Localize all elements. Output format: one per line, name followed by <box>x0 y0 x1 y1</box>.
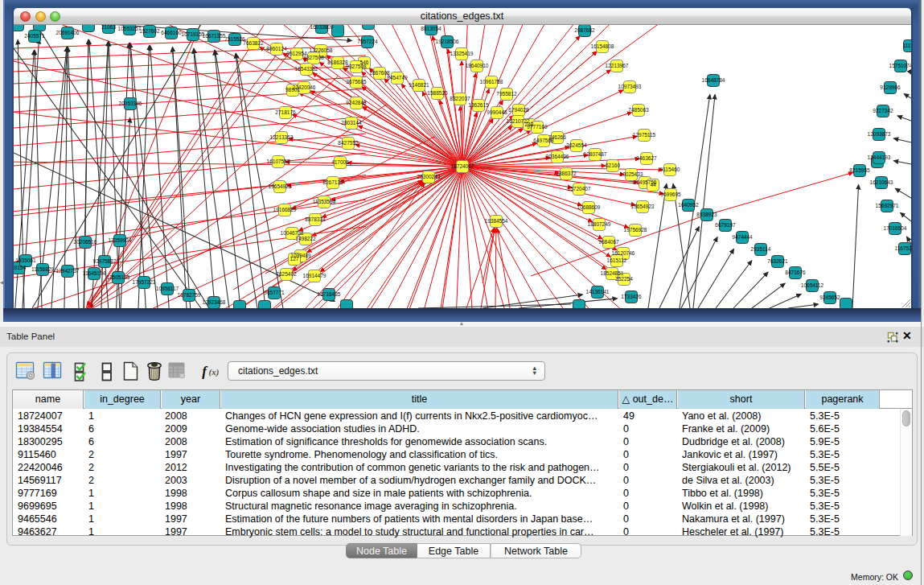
svg-text:9227342: 9227342 <box>873 108 893 113</box>
svg-text:8813054: 8813054 <box>421 26 441 31</box>
svg-text:13325419: 13325419 <box>450 51 474 56</box>
svg-text:11353594: 11353594 <box>313 199 336 204</box>
svg-text:16914479: 16914479 <box>303 273 326 278</box>
svg-text:8186328: 8186328 <box>327 60 348 65</box>
svg-text:16782759: 16782759 <box>178 292 201 298</box>
svg-text:10973493: 10973493 <box>618 84 642 89</box>
svg-text:12923468: 12923468 <box>203 299 226 305</box>
svg-text:7625402: 7625402 <box>276 271 297 277</box>
svg-text:3675685: 3675685 <box>346 79 367 84</box>
svg-text:1733426: 1733426 <box>621 294 642 299</box>
svg-text:8267130: 8267130 <box>322 179 343 185</box>
svg-text:12093873: 12093873 <box>868 131 891 137</box>
svg-text:12942737: 12942737 <box>56 268 80 274</box>
svg-text:12213967: 12213967 <box>606 63 629 68</box>
svg-text:16210643: 16210643 <box>870 179 893 185</box>
svg-text:19654925: 19654925 <box>269 183 292 189</box>
svg-text:9777169: 9777169 <box>527 124 548 130</box>
svg-text:1527602: 1527602 <box>139 28 160 34</box>
svg-text:15720407: 15720407 <box>568 186 591 192</box>
svg-text:16154808: 16154808 <box>591 43 614 49</box>
svg-text:11645194: 11645194 <box>83 270 106 276</box>
svg-text:18640910: 18640910 <box>466 63 489 68</box>
svg-text:252254: 252254 <box>615 276 633 282</box>
svg-text:12975115: 12975115 <box>633 132 656 138</box>
svg-text:7515526: 7515526 <box>224 36 245 42</box>
svg-text:9684067: 9684067 <box>598 239 619 245</box>
svg-text:8960124: 8960124 <box>266 46 287 51</box>
svg-text:15692971: 15692971 <box>876 203 899 208</box>
svg-text:15751074: 15751074 <box>889 63 911 68</box>
svg-text:9990448: 9990448 <box>487 109 507 115</box>
svg-text:8471676: 8471676 <box>785 270 806 275</box>
svg-text:127: 127 <box>290 256 299 262</box>
svg-text:9146821: 9146821 <box>409 82 429 88</box>
svg-text:25300243: 25300243 <box>417 174 441 179</box>
svg-text:f: f <box>202 364 208 379</box>
svg-text:20206516: 20206516 <box>74 239 97 245</box>
svg-text:10807487: 10807487 <box>584 151 607 157</box>
svg-text:9115460: 9115460 <box>660 167 680 172</box>
svg-text:7357224: 7357224 <box>357 39 378 44</box>
svg-text:39154: 39154 <box>14 265 26 270</box>
svg-text:10654112: 10654112 <box>801 282 824 288</box>
svg-text:417006: 417006 <box>331 159 349 165</box>
svg-text:44: 44 <box>650 182 656 187</box>
svg-text:1615112: 1615112 <box>607 257 627 263</box>
svg-text:12444193: 12444193 <box>868 154 891 160</box>
svg-text:7955812: 7955812 <box>496 91 517 97</box>
svg-text:17359934: 17359934 <box>109 237 132 243</box>
svg-text:19756928: 19756928 <box>624 227 647 233</box>
svg-text:10046738: 10046738 <box>281 230 304 236</box>
svg-text:16543382: 16543382 <box>295 66 318 72</box>
svg-text:16033809: 16033809 <box>310 25 334 30</box>
svg-text:11172: 11172 <box>902 43 911 48</box>
svg-text:10688609: 10688609 <box>577 204 601 210</box>
svg-text:16671355: 16671355 <box>203 33 226 39</box>
svg-text:1588520: 1588520 <box>427 90 448 96</box>
svg-text:6466160: 6466160 <box>161 30 182 35</box>
svg-text:8322037: 8322037 <box>450 96 470 101</box>
svg-text:2935114: 2935114 <box>751 246 771 252</box>
svg-text:15716485: 15716485 <box>318 291 341 297</box>
svg-text:3624554: 3624554 <box>566 142 587 148</box>
svg-text:16107553: 16107553 <box>267 159 290 164</box>
svg-text:9463627: 9463627 <box>636 155 657 161</box>
svg-text:9245652: 9245652 <box>819 295 840 300</box>
svg-text:20691406: 20691406 <box>56 30 80 35</box>
svg-text:14136141: 14136141 <box>586 289 610 295</box>
svg-text:19166829: 19166829 <box>273 207 297 212</box>
svg-text:20364436: 20364436 <box>546 154 569 159</box>
svg-text:2405571: 2405571 <box>24 33 45 39</box>
svg-text:8215955: 8215955 <box>849 167 870 173</box>
svg-text:10719155: 10719155 <box>182 31 205 37</box>
svg-text:1640952: 1640952 <box>678 202 699 208</box>
svg-text:19218506: 19218506 <box>436 39 459 44</box>
svg-text:(x): (x) <box>209 367 220 377</box>
svg-text:6794028: 6794028 <box>508 107 529 113</box>
svg-text:9327508: 9327508 <box>346 64 367 69</box>
svg-text:62160: 62160 <box>606 163 620 168</box>
svg-text:8878334: 8878334 <box>305 216 326 222</box>
svg-text:18807249: 18807249 <box>588 221 611 227</box>
svg-text:12505135: 12505135 <box>107 274 130 280</box>
svg-text:8454749: 8454749 <box>387 75 408 80</box>
svg-text:7485063: 7485063 <box>628 107 649 113</box>
svg-text:18524851: 18524851 <box>601 270 624 276</box>
svg-text:20053346: 20053346 <box>119 101 142 106</box>
svg-text:9474444: 9474444 <box>732 234 753 240</box>
svg-text:93975887: 93975887 <box>93 258 117 264</box>
svg-text:1498222: 1498222 <box>295 236 316 241</box>
svg-text:6679197: 6679197 <box>715 222 736 228</box>
svg-text:19654923: 19654923 <box>631 204 655 209</box>
svg-text:19384554: 19384554 <box>485 218 508 224</box>
svg-text:746266: 746266 <box>548 134 566 140</box>
svg-text:16648784: 16648784 <box>702 77 725 83</box>
svg-text:22420046: 22420046 <box>293 84 316 90</box>
svg-text:1362615: 1362615 <box>468 102 489 108</box>
svg-text:9129966: 9129966 <box>880 84 901 90</box>
svg-text:13226058: 13226058 <box>310 47 333 53</box>
svg-text:9242848: 9242848 <box>346 100 367 105</box>
svg-text:21063: 21063 <box>101 25 116 30</box>
svg-text:16120746: 16120746 <box>612 250 635 256</box>
